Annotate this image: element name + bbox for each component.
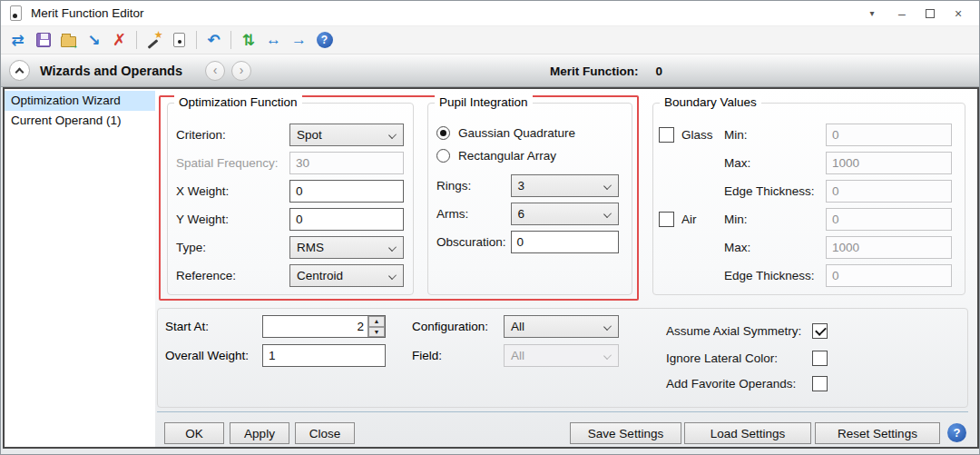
save-icon: [36, 33, 51, 47]
start-at-spinner[interactable]: 2 ▲ ▼: [262, 315, 386, 338]
add-favorite-operands-label: Add Favorite Operands:: [666, 377, 812, 391]
window-controls: ▾ – ×: [866, 7, 970, 20]
obscuration-row: Obscuration: 0: [436, 231, 619, 253]
reference-dropdown[interactable]: Centroid: [289, 264, 404, 287]
group-title: Pupil Integration: [435, 95, 533, 109]
prev-wizard-button[interactable]: ‹: [205, 61, 225, 81]
y-weight-row: Y Weight: 0: [176, 208, 404, 231]
close-icon[interactable]: ×: [952, 7, 965, 20]
gaussian-quadrature-option[interactable]: Gaussian Quadrature: [436, 122, 619, 144]
air-min-row: Air Min: 0: [659, 208, 952, 231]
save-button[interactable]: [32, 29, 54, 52]
x-weight-row: X Weight: 0: [176, 180, 404, 203]
sidebar-item-current-operand[interactable]: Current Operand (1): [5, 111, 155, 131]
optimization-function-group: Optimization Function Criterion: Spot Sp…: [167, 103, 414, 295]
insert-button[interactable]: ↘: [83, 29, 105, 52]
type-dropdown[interactable]: RMS: [289, 236, 404, 259]
app-document-icon: [10, 5, 22, 21]
configuration-dropdown[interactable]: All: [504, 315, 619, 338]
merit-function-value: 0: [656, 64, 663, 78]
chevron-up-icon: [15, 68, 24, 77]
spinner-down-icon[interactable]: ▼: [368, 327, 385, 338]
spinner-up-icon[interactable]: ▲: [368, 316, 385, 327]
toolbar-help-button[interactable]: ?: [313, 29, 336, 52]
refresh-button[interactable]: ⇄: [6, 29, 29, 52]
next-wizard-button[interactable]: ›: [231, 61, 251, 81]
forward-button[interactable]: →: [288, 29, 310, 52]
merit-function-label: Merit Function:: [550, 64, 639, 78]
air-max-row: Max: 1000: [659, 236, 952, 259]
toolbar-separator: [136, 31, 137, 49]
undo-button[interactable]: ↶: [202, 29, 225, 52]
ignore-lateral-color-checkbox[interactable]: [812, 351, 828, 366]
close-button[interactable]: Close: [295, 422, 355, 444]
spatial-frequency-input: 30: [289, 152, 404, 174]
collapse-button[interactable]: [9, 60, 30, 81]
editor-panel-icon: [173, 33, 185, 47]
air-min-input: 0: [826, 208, 952, 231]
obscuration-label: Obscuration:: [436, 235, 511, 249]
start-at-row: Start At: 2 ▲ ▼ Configuration: All: [165, 315, 619, 338]
obscuration-input[interactable]: 0: [511, 231, 619, 253]
maximize-icon[interactable]: [926, 9, 935, 18]
rings-dropdown[interactable]: 3: [511, 174, 619, 197]
add-favorite-operands-checkbox[interactable]: [812, 376, 828, 391]
open-folder-icon: →: [61, 36, 76, 47]
arms-dropdown[interactable]: 6: [511, 203, 619, 225]
ok-button[interactable]: OK: [164, 422, 224, 444]
delete-button[interactable]: ✗: [108, 29, 131, 52]
toolbar: ⇄ → ↘ ✗ ★ ↶ ⇅ ↔ → ?: [1, 26, 979, 54]
add-favorite-operands-row: Add Favorite Operands:: [666, 372, 828, 394]
overall-weight-row: Overall Weight: 1 Field: All: [165, 344, 619, 367]
settings-group: Start At: 2 ▲ ▼ Configuration: All Overa…: [157, 308, 968, 408]
spinner-buttons: ▲ ▼: [368, 316, 385, 337]
toolbar-separator: [196, 31, 197, 49]
load-settings-button[interactable]: Load Settings: [684, 422, 811, 444]
editor-panel-button[interactable]: [168, 29, 191, 52]
criterion-dropdown[interactable]: Spot: [289, 124, 404, 146]
content-area: Optimization Wizard Current Operand (1) …: [3, 87, 979, 449]
reset-settings-button[interactable]: Reset Settings: [815, 422, 940, 444]
assume-axial-symmetry-label: Assume Axial Symmetry:: [666, 324, 812, 338]
chevron-down-icon[interactable]: ▾: [866, 7, 878, 20]
air-max-label: Max:: [724, 241, 824, 254]
glass-edge-thickness-label: Edge Thickness:: [724, 184, 824, 198]
gaussian-quadrature-label: Gaussian Quadrature: [458, 126, 575, 140]
chevron-down-icon: [388, 243, 397, 252]
glass-checkbox[interactable]: [659, 127, 674, 143]
section-title: Wizards and Operands: [40, 64, 182, 78]
pupil-integration-group: Pupil Integration Gaussian Quadrature Re…: [427, 103, 632, 295]
merit-function-editor-window: Merit Function Editor ▾ – × ⇄ → ↘ ✗ ★ ↶ …: [0, 0, 980, 455]
save-settings-button[interactable]: Save Settings: [570, 422, 681, 444]
swap-button[interactable]: ⇅: [237, 29, 260, 52]
assume-axial-symmetry-checkbox[interactable]: [812, 323, 828, 339]
air-checkbox[interactable]: [659, 212, 674, 227]
undo-icon: ↶: [207, 31, 220, 50]
rectangular-array-option[interactable]: Rectangular Array: [436, 144, 619, 167]
radio-unselected-icon[interactable]: [436, 149, 450, 163]
start-at-value[interactable]: 2: [263, 316, 368, 337]
wizard-button[interactable]: ★: [142, 29, 165, 52]
glass-max-row: Max: 1000: [659, 152, 952, 174]
window-title: Merit Function Editor: [31, 6, 144, 20]
y-weight-input[interactable]: 0: [289, 208, 404, 231]
radio-selected-icon[interactable]: [436, 126, 450, 140]
x-weight-input[interactable]: 0: [289, 180, 404, 203]
minimize-icon[interactable]: –: [896, 7, 908, 20]
toolbar-separator: [230, 31, 231, 49]
overall-weight-input[interactable]: 1: [262, 344, 386, 367]
wizard-panel: Optimization Function Criterion: Spot Sp…: [155, 89, 977, 447]
chevron-down-icon: [603, 210, 612, 218]
swap-vertical-icon: ⇅: [241, 31, 254, 50]
section-header: Wizards and Operands ‹ › Merit Function:…: [1, 54, 979, 87]
reference-row: Reference: Centroid: [176, 264, 404, 287]
boundary-values-group: Boundary Values Glass Min: 0 Max: 1000 E…: [652, 103, 965, 295]
open-button[interactable]: →: [57, 29, 80, 52]
rings-label: Rings:: [436, 179, 511, 193]
air-max-input: 1000: [826, 236, 952, 259]
apply-button[interactable]: Apply: [230, 422, 289, 444]
fit-width-button[interactable]: ↔: [262, 29, 285, 52]
sidebar-item-optimization-wizard[interactable]: Optimization Wizard: [5, 91, 155, 111]
air-min-label: Min:: [724, 213, 824, 226]
footer-help-button[interactable]: ?: [947, 423, 966, 442]
